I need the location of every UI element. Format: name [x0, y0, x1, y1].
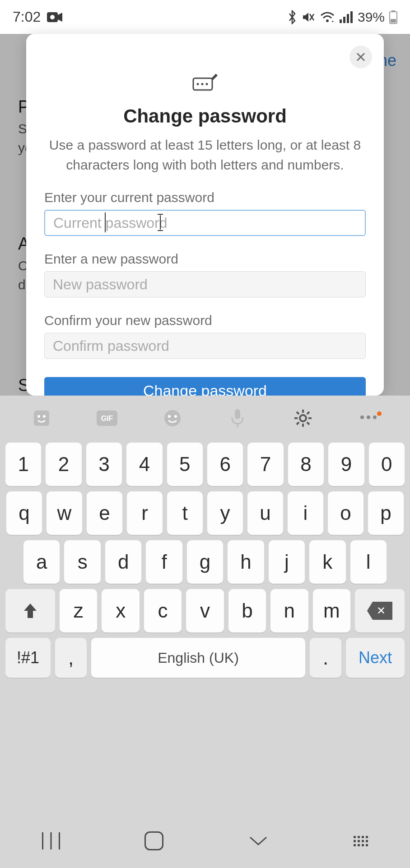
gif-icon[interactable]: GIF [93, 405, 121, 432]
keyboard-row-3: a s d f g h j k l [5, 540, 405, 584]
keyboard-toolbar: GIF [0, 396, 410, 441]
wifi-icon: + [320, 11, 335, 23]
sticker-icon[interactable] [28, 405, 55, 432]
keyboard-row-4: z x c v b n m ✕ [5, 589, 405, 632]
key-e[interactable]: e [87, 491, 122, 535]
new-password-input[interactable] [44, 271, 366, 297]
modal-subtitle: Use a password at least 15 letters long,… [44, 135, 366, 175]
key-w[interactable]: w [47, 491, 82, 535]
nav-recent-button[interactable] [42, 832, 60, 849]
confirm-password-label: Confirm your new password [44, 313, 366, 328]
key-t[interactable]: t [167, 491, 203, 535]
soft-keyboard: GIF 1 2 3 4 5 6 7 8 9 0 q w e r t y u i … [0, 396, 410, 868]
change-password-modal: Change password Use a password at least … [26, 34, 384, 396]
key-o[interactable]: o [328, 491, 363, 535]
key-v[interactable]: v [186, 589, 224, 632]
svg-point-29 [174, 415, 177, 418]
nav-hide-keyboard-button[interactable] [247, 835, 269, 847]
confirm-password-input[interactable] [44, 333, 366, 359]
close-button[interactable] [349, 46, 372, 68]
key-g[interactable]: g [187, 540, 223, 584]
signal-icon [340, 11, 353, 23]
nav-home-button[interactable] [144, 831, 163, 850]
more-icon[interactable] [355, 405, 382, 432]
svg-point-4 [326, 19, 329, 22]
key-h[interactable]: h [228, 540, 264, 584]
key-j[interactable]: j [269, 540, 305, 584]
new-password-label: Enter a new password [44, 251, 366, 267]
key-shift[interactable] [5, 589, 55, 632]
text-cursor-wrapper [44, 210, 366, 236]
key-8[interactable]: 8 [288, 443, 324, 486]
current-password-input[interactable] [44, 210, 366, 236]
key-f[interactable]: f [146, 540, 182, 584]
emoji-icon[interactable] [159, 405, 186, 432]
key-s[interactable]: s [64, 540, 100, 584]
svg-point-43 [373, 415, 377, 419]
key-c[interactable]: c [144, 589, 182, 632]
key-u[interactable]: u [247, 491, 283, 535]
key-7[interactable]: 7 [247, 443, 283, 486]
svg-line-40 [297, 422, 299, 425]
battery-icon [389, 10, 397, 24]
key-backspace[interactable]: ✕ [355, 589, 405, 632]
key-0[interactable]: 0 [369, 443, 405, 486]
svg-rect-22 [34, 410, 49, 426]
svg-point-18 [206, 83, 208, 85]
svg-line-37 [297, 412, 299, 414]
key-n[interactable]: n [270, 589, 308, 632]
svg-point-1 [50, 15, 55, 19]
record-icon [47, 11, 62, 23]
key-y[interactable]: y [207, 491, 243, 535]
svg-rect-7 [343, 17, 345, 23]
key-space[interactable]: English (UK) [91, 638, 305, 678]
key-symbols[interactable]: !#1 [5, 638, 51, 678]
key-z[interactable]: z [60, 589, 97, 632]
status-bar: 7:02 + 39% [0, 0, 410, 34]
key-i[interactable]: i [288, 491, 323, 535]
key-4[interactable]: 4 [126, 443, 162, 486]
key-1[interactable]: 1 [5, 443, 41, 486]
key-b[interactable]: b [228, 589, 266, 632]
status-time: 7:02 [13, 9, 41, 25]
settings-icon[interactable] [289, 405, 317, 432]
key-x[interactable]: x [102, 589, 139, 632]
close-icon [356, 52, 366, 62]
svg-line-38 [307, 422, 309, 425]
keyboard-row-5: !#1 , English (UK) . Next [5, 638, 405, 678]
key-period[interactable]: . [310, 638, 341, 678]
svg-text:+: + [331, 19, 334, 23]
key-next[interactable]: Next [346, 638, 405, 678]
svg-point-16 [197, 83, 199, 85]
svg-point-41 [360, 415, 364, 419]
key-q[interactable]: q [6, 491, 42, 535]
key-r[interactable]: r [127, 491, 163, 535]
key-9[interactable]: 9 [328, 443, 364, 486]
key-comma[interactable]: , [55, 638, 87, 678]
shift-icon [22, 602, 38, 620]
modal-title: Change password [44, 105, 366, 127]
key-2[interactable]: 2 [46, 443, 81, 486]
svg-point-24 [43, 415, 46, 418]
svg-point-32 [300, 415, 306, 421]
password-edit-icon [44, 74, 366, 94]
key-d[interactable]: d [105, 540, 141, 584]
svg-rect-9 [350, 11, 353, 23]
key-m[interactable]: m [313, 589, 350, 632]
keyboard-row-2: q w e r t y u i o p [5, 491, 405, 535]
key-5[interactable]: 5 [167, 443, 203, 486]
nav-bar [0, 814, 410, 868]
key-a[interactable]: a [23, 540, 60, 584]
key-p[interactable]: p [368, 491, 404, 535]
current-password-label: Enter your current password [44, 190, 366, 205]
key-3[interactable]: 3 [86, 443, 122, 486]
backspace-icon: ✕ [367, 602, 392, 620]
key-l[interactable]: l [350, 540, 387, 584]
nav-keyboard-switch-button[interactable] [354, 836, 368, 846]
key-6[interactable]: 6 [207, 443, 243, 486]
svg-point-17 [201, 83, 204, 85]
key-k[interactable]: k [309, 540, 345, 584]
svg-rect-8 [347, 14, 349, 23]
mic-icon[interactable] [224, 405, 251, 432]
bluetooth-icon [287, 10, 297, 24]
